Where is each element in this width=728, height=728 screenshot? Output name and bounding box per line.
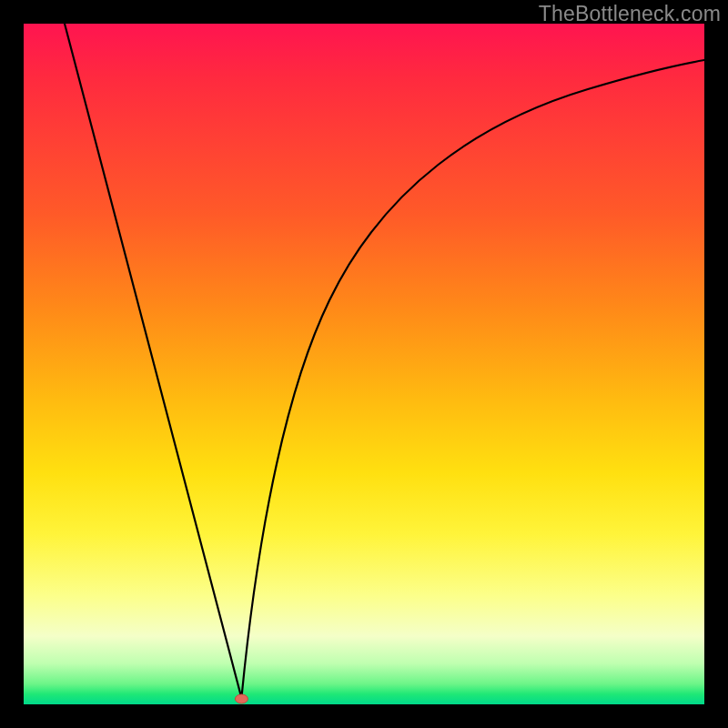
- optimum-marker: [235, 694, 248, 703]
- watermark-text: TheBottleneck.com: [539, 2, 721, 26]
- bottleneck-curve-left: [65, 24, 241, 698]
- bottleneck-curve-right: [241, 60, 704, 698]
- chart-frame: [24, 24, 704, 704]
- chart-curve-layer: [24, 24, 704, 704]
